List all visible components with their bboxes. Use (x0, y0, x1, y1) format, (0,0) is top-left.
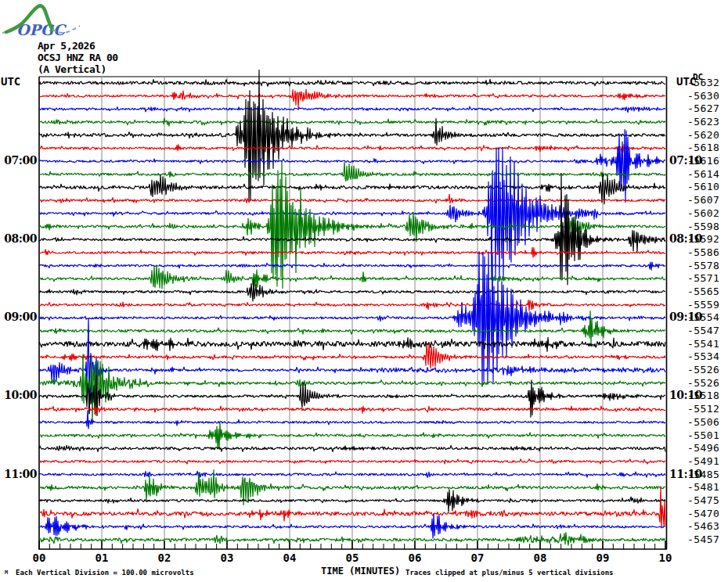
dc-offset-value: -5547 (687, 325, 719, 336)
dc-offset-value: -5610 (687, 181, 719, 192)
hour-label-left: 07:00 (0, 154, 37, 167)
x-tick-label: 03 (214, 551, 240, 564)
dc-offset-value: -5616 (687, 155, 719, 167)
dc-offset-value: -5630 (687, 90, 719, 102)
helicorder-page: { "logo": { "text": "OPGC" }, "header": … (0, 0, 728, 582)
x-tick-label: 07 (464, 551, 491, 564)
dc-offset-value: -5501 (687, 429, 719, 441)
x-tick-label: 01 (88, 551, 115, 564)
x-tick-label: 05 (339, 551, 366, 564)
vertical-scale-note: Each Vertical Division = 100.00 microvol… (16, 569, 194, 577)
dc-offset-value: -5541 (687, 338, 719, 350)
dc-offset-value: -5534 (687, 350, 719, 362)
dc-offset-value: -5571 (687, 272, 719, 284)
x-tick-label: 10 (652, 551, 679, 564)
dc-offset-value: -5565 (687, 286, 719, 297)
dc-offset-value: -5614 (687, 168, 719, 180)
corner-glyph: M (5, 569, 8, 576)
dc-offset-value: -5586 (687, 246, 719, 258)
dc-offset-value: -5481 (687, 481, 719, 493)
dc-offset-value: -5491 (687, 455, 719, 467)
x-tick-label: 00 (26, 551, 52, 564)
dc-offset-value: -5559 (687, 299, 719, 311)
dc-offset-value: -5463 (687, 520, 719, 532)
dc-offset-value: -5485 (687, 469, 719, 480)
hour-label-left: 08:00 (0, 232, 37, 245)
dc-offset-value: -5512 (687, 403, 719, 415)
dc-offset-value: -5518 (687, 390, 719, 401)
dc-offset-value: -5554 (687, 311, 719, 323)
dc-offset-value: -5627 (687, 102, 719, 114)
dc-offset-value: -5632 (687, 77, 719, 88)
x-tick-label: 04 (276, 551, 303, 564)
x-tick-label: 09 (589, 551, 616, 564)
hour-label-left: 11:00 (0, 468, 37, 480)
dc-offset-value: -5506 (687, 416, 719, 428)
clip-note: Traces clipped at plus/minus 5 vertical … (405, 569, 614, 577)
dc-offset-value: -5602 (687, 207, 719, 219)
dc-offset-value: -5578 (687, 260, 719, 271)
dc-offset-value: -5598 (687, 221, 719, 232)
dc-offset-value: -5526 (687, 364, 719, 375)
dc-offset-value: -5592 (687, 233, 719, 245)
dc-offset-value: -5623 (687, 116, 719, 128)
hour-label-left: 09:00 (0, 311, 37, 323)
dc-offset-value: -5607 (687, 194, 719, 206)
dc-offset-value: -5470 (687, 508, 719, 519)
dc-offset-value: -5475 (687, 494, 719, 506)
hour-label-left: 10:00 (0, 389, 37, 401)
x-tick-label: 02 (151, 551, 178, 564)
dc-offset-value: -5620 (687, 129, 719, 141)
helicorder-plot (0, 0, 728, 582)
x-tick-label: 06 (402, 551, 428, 564)
dc-offset-value: -5526 (687, 377, 719, 389)
x-tick-label: 08 (527, 551, 553, 564)
dc-offset-value: -5496 (687, 442, 719, 454)
x-axis-label: TIME (MINUTES) (321, 566, 400, 577)
dc-offset-value: -5618 (687, 142, 719, 153)
dc-offset-value: -5457 (687, 534, 719, 545)
